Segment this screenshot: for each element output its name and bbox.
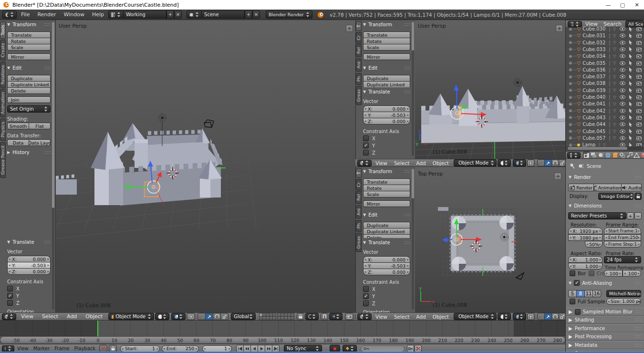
editor-type-3dview-button[interactable] [357,313,372,320]
visibility-eye-icon[interactable] [620,81,625,85]
keying-field[interactable] [361,345,405,352]
layer-cell[interactable] [291,316,294,320]
button-mirror[interactable]: Mirror [363,53,410,60]
pivot-align-button[interactable] [187,313,195,320]
manipulator-axes-button[interactable] [197,313,206,320]
snap-magnet-button[interactable] [321,313,328,320]
selectable-cursor-icon[interactable] [629,67,633,72]
expand-properties-region-main[interactable]: + [346,25,353,32]
selectable-cursor-icon[interactable] [629,47,633,52]
selectable-cursor-icon[interactable] [629,61,633,65]
material-tab[interactable] [640,152,644,158]
timeline-menu-view[interactable]: View [15,346,31,351]
expand-icon[interactable]: ⊕ [569,74,572,79]
checkbox-axis-x[interactable] [363,135,369,141]
outliner-item[interactable]: ⊕▽Cube.032|▽ [566,39,644,46]
filter-dropdown[interactable]: Mitchell-Netrav... [606,290,641,297]
visibility-eye-icon[interactable] [620,95,625,99]
expand-icon[interactable]: ⊕ [569,81,572,86]
manipulator-translate-button[interactable] [544,159,552,166]
timeline-menu-playback[interactable]: Playback [72,346,97,351]
pin-icon[interactable] [570,163,575,169]
selectable-cursor-icon[interactable] [629,54,633,59]
manipulator-axes-button[interactable] [537,313,545,320]
renderability-camera-icon[interactable] [636,109,642,113]
viewport-menu-select[interactable]: Select [391,314,412,320]
pivot-dropdown[interactable] [513,313,526,320]
selectable-cursor-icon[interactable] [629,95,633,100]
maximize-button[interactable]: ▢ [615,1,630,9]
expand-icon[interactable]: ⊕ [569,54,572,59]
button-rotate[interactable]: Rotate [7,38,51,44]
delete-keyframe-button[interactable] [415,345,422,352]
viewport-shading-dropdown[interactable] [498,159,511,166]
shelf-tab-cr[interactable]: Cr [356,32,362,43]
resolution-percent-field[interactable]: 50% [585,241,602,248]
outliner-item[interactable]: ⊕▽Cube.045|▽ [566,128,644,135]
mode-dropdown[interactable]: Object Mode [454,313,497,320]
panel-header-translate[interactable]: ▼Translate [7,239,51,245]
shelf-tab-animation[interactable]: Animation [0,89,6,117]
shelf-tab-ph[interactable]: Ph [356,73,362,85]
panel-grip-handle[interactable] [404,241,410,244]
button-duplicate-linked[interactable]: Duplicate Linked [7,81,51,88]
render-presets-dropdown[interactable]: Render Presets [568,212,626,219]
renderability-camera-icon[interactable] [636,54,642,58]
panel-grip-handle[interactable] [635,344,641,346]
shelf-tab-physics[interactable]: Physics [0,118,6,141]
button-mirror[interactable]: Mirror [7,53,51,60]
outliner-item[interactable]: ⊕▽Cube.037|▽ [566,73,644,80]
renderability-camera-icon[interactable] [636,115,642,120]
viewport-menu-view[interactable]: View [17,313,37,320]
button-duplicate-linked[interactable]: Duplicate Linked [363,228,410,235]
samples-16-button[interactable]: 16 [592,290,601,297]
delete-layout-button[interactable]: ✕ [174,10,182,19]
expand-icon[interactable]: ⊕ [569,27,572,31]
selectable-cursor-icon[interactable] [629,129,633,134]
samples-5-button[interactable]: 5 [568,290,577,297]
panel-grip-handle[interactable] [635,335,641,338]
castle-tower-front-right[interactable] [210,177,221,197]
start-frame-field[interactable]: Start Frame:1 [604,228,641,234]
pivot-align-button[interactable] [527,159,535,166]
antialiasing-checkbox[interactable] [574,280,580,286]
lock-time-button[interactable] [109,345,117,352]
renderability-camera-icon[interactable] [636,95,642,99]
dimensions-panel-header[interactable]: ▼Dimensions [569,202,641,209]
visibility-eye-icon[interactable] [620,54,625,58]
timeline-menu-frame[interactable]: Frame [52,346,71,351]
world-tab[interactable] [604,152,611,158]
shelf-tab-t[interactable]: T [356,168,362,178]
layer-cell[interactable] [272,316,276,320]
outliner-item[interactable]: ⊕▽Cube.044|▽ [566,121,644,128]
timeline-menu-marker[interactable]: Marker [31,346,52,351]
checkbox-axis-x[interactable] [7,286,13,291]
animation-button[interactable]: Animation [593,184,622,191]
data-tab[interactable] [633,152,640,158]
shelf-scrollbar[interactable] [412,22,414,156]
visibility-eye-icon[interactable] [620,88,625,93]
aa-size-field[interactable]: Size: 1.000 px [606,298,641,305]
manipulator-scale-button[interactable] [559,159,565,166]
castle-gatehouse[interactable] [135,142,148,168]
vector-field-z[interactable]: Z:0.000 [7,268,51,275]
button-translate[interactable]: Translate [363,31,410,38]
record-button[interactable] [330,345,340,352]
checkbox-axis-y[interactable] [7,293,13,299]
jump-to-next-keyframe-button[interactable] [265,345,272,352]
wall-fragment[interactable] [56,179,77,195]
visibility-eye-icon[interactable] [620,74,625,79]
samples-11-button[interactable]: 11 [584,290,593,297]
visibility-eye-icon[interactable] [620,27,625,31]
start-field[interactable]: Start:1 [120,345,160,352]
expand-properties-region-top[interactable]: + [554,173,561,180]
checkbox-axis-z[interactable] [363,150,369,156]
button-duplicate[interactable]: Duplicate [363,75,410,82]
collapsed-panel-shading[interactable]: ▶Shading [566,316,644,324]
constraints-tab[interactable] [619,152,625,158]
expand-icon[interactable]: ⊕ [569,108,572,113]
expand-icon[interactable]: ⊕ [569,122,572,127]
shelf-scrollbar-thumb[interactable] [412,22,414,51]
camera-object[interactable] [516,273,524,280]
manipulator-axes-button[interactable] [537,159,545,166]
